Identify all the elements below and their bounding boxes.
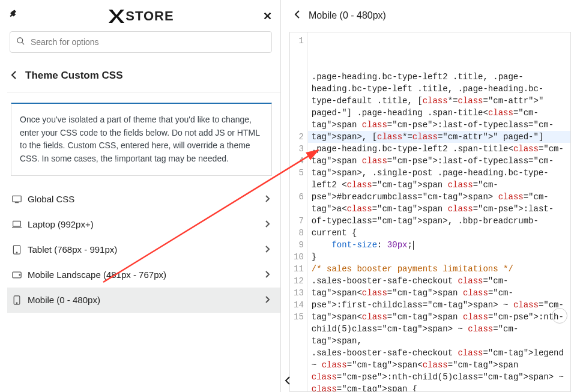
css-scope-label: Mobile (0 - 480px) (28, 295, 100, 305)
search-icon (16, 37, 25, 47)
css-scope-item-tablet[interactable]: Tablet (768px - 991px) (7, 237, 280, 262)
css-scope-item-mobile[interactable]: Mobile (0 - 480px) (7, 288, 280, 313)
brand-x-icon (109, 10, 124, 23)
brand-text: STORE (125, 8, 174, 24)
chevron-right-icon (265, 295, 270, 306)
css-scope-item-global[interactable]: Global CSS (7, 187, 280, 212)
svg-point-11 (16, 303, 17, 304)
svg-rect-4 (13, 221, 21, 226)
back-icon[interactable] (11, 70, 17, 82)
svg-rect-2 (13, 196, 21, 202)
svg-point-7 (16, 252, 17, 253)
device-icon (12, 296, 22, 304)
search-input[interactable]: Search for options (10, 31, 272, 53)
collapse-panel-icon[interactable] (281, 373, 294, 388)
editor-gutter: 123456789101112131415 (290, 32, 308, 391)
pin-icon[interactable] (10, 10, 19, 22)
right-back-icon[interactable] (294, 10, 300, 21)
section-title: Theme Custom CSS (25, 70, 122, 82)
device-icon (12, 246, 22, 254)
help-text: Once you've isolated a part of theme tha… (11, 103, 272, 176)
svg-point-9 (19, 274, 20, 276)
css-scope-item-mobland[interactable]: Mobile Landscape (481px - 767px) (7, 262, 280, 288)
section-header: Theme Custom CSS (7, 61, 280, 93)
left-header: STORE ✕ (7, 0, 280, 31)
right-title: Mobile (0 - 480px) (309, 10, 386, 21)
right-panel: Mobile (0 - 480px) 123456789101112131415… (281, 0, 577, 392)
svg-line-1 (22, 42, 24, 44)
close-icon[interactable]: ✕ (263, 10, 272, 23)
css-scope-label: Tablet (768px - 991px) (28, 244, 117, 255)
css-scope-label: Laptop (992px+) (28, 219, 94, 229)
device-icon (12, 220, 22, 229)
chevron-right-icon (265, 219, 270, 230)
css-scope-item-laptop[interactable]: Laptop (992px+) (7, 212, 280, 237)
css-scope-label: Mobile Landscape (481px - 767px) (28, 270, 166, 280)
device-icon (12, 195, 22, 204)
chevron-right-icon (265, 270, 270, 280)
editor-code[interactable]: .page-heading.bc-type-left2 .title, .pag… (308, 32, 570, 391)
brand-logo: STORE (109, 8, 174, 24)
chevron-right-icon (265, 194, 270, 205)
search-placeholder: Search for options (31, 37, 99, 47)
svg-point-0 (17, 38, 23, 43)
chevron-right-icon (265, 244, 270, 255)
css-editor[interactable]: 123456789101112131415 .page-heading.bc-t… (289, 32, 571, 392)
left-panel: STORE ✕ Search for options Theme Custom … (0, 0, 281, 392)
device-icon (12, 271, 22, 279)
css-scope-label: Global CSS (28, 194, 74, 204)
css-scope-list: Global CSSLaptop (992px+)Tablet (768px -… (7, 187, 280, 313)
right-header: Mobile (0 - 480px) (283, 0, 577, 32)
search-row: Search for options (7, 31, 280, 61)
